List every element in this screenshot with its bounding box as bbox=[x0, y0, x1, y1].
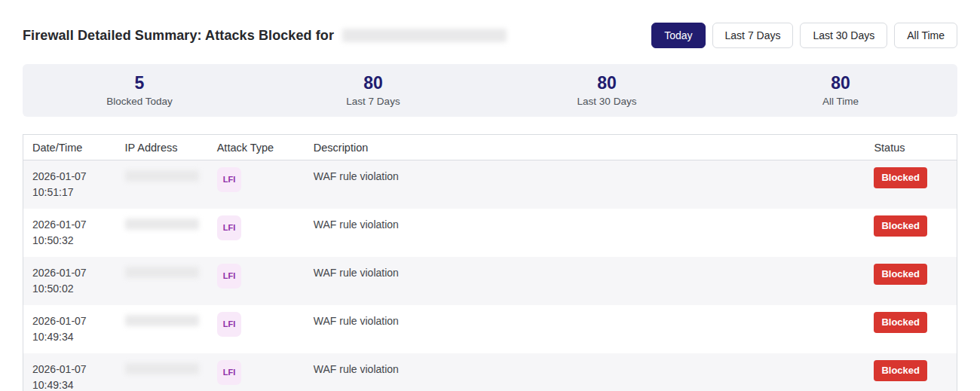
attack-type-badge: LFI bbox=[217, 312, 242, 337]
cell-ip-address bbox=[116, 305, 208, 353]
ip-address-redacted bbox=[125, 218, 199, 230]
stat-last-30-days: 80 Last 30 Days bbox=[490, 72, 724, 108]
cell-datetime: 2026-01-07 10:49:34 bbox=[23, 305, 116, 353]
description-text: WAF rule violation bbox=[314, 315, 399, 327]
description-text: WAF rule violation bbox=[314, 363, 399, 375]
cell-attack-type: LFI bbox=[208, 257, 305, 305]
table-row: 2026-01-07 10:51:17 LFI WAF rule violati… bbox=[23, 160, 957, 209]
time-value: 10:49:34 bbox=[32, 377, 107, 391]
status-badge: Blocked bbox=[874, 264, 927, 285]
cell-status: Blocked bbox=[865, 257, 957, 305]
cell-ip-address bbox=[116, 353, 208, 391]
table-row: 2026-01-07 10:50:32 LFI WAF rule violati… bbox=[23, 209, 957, 257]
ip-address-redacted bbox=[125, 363, 199, 374]
page-title: Firewall Detailed Summary: Attacks Block… bbox=[23, 28, 507, 44]
time-value: 10:49:34 bbox=[32, 329, 107, 345]
cell-attack-type: LFI bbox=[208, 353, 305, 391]
cell-description: WAF rule violation bbox=[305, 305, 865, 353]
filter-button-last-7-days[interactable]: Last 7 Days bbox=[712, 23, 794, 48]
table-row: 2026-01-07 10:49:34 LFI WAF rule violati… bbox=[23, 305, 957, 353]
cell-datetime: 2026-01-07 10:50:02 bbox=[23, 257, 116, 305]
time-value: 10:50:02 bbox=[32, 281, 107, 297]
date-value: 2026-01-07 bbox=[32, 362, 107, 377]
cell-status: Blocked bbox=[865, 160, 957, 209]
column-header-ip-address: IP Address bbox=[116, 135, 208, 160]
ip-address-redacted bbox=[125, 170, 199, 182]
date-value: 2026-01-07 bbox=[32, 217, 107, 233]
cell-attack-type: LFI bbox=[208, 160, 305, 209]
filter-button-all-time[interactable]: All Time bbox=[894, 23, 957, 48]
time-value: 10:51:17 bbox=[32, 185, 107, 200]
attack-type-badge: LFI bbox=[217, 167, 242, 192]
stat-label: All Time bbox=[724, 96, 957, 108]
filter-button-last-30-days[interactable]: Last 30 Days bbox=[800, 23, 887, 48]
page-header: Firewall Detailed Summary: Attacks Block… bbox=[23, 23, 957, 48]
column-header-description: Description bbox=[305, 135, 865, 160]
stat-label: Last 30 Days bbox=[490, 96, 724, 108]
attack-type-badge: LFI bbox=[217, 360, 242, 385]
status-badge: Blocked bbox=[874, 360, 927, 381]
attack-type-badge: LFI bbox=[217, 215, 242, 240]
column-header-status: Status bbox=[865, 135, 957, 160]
stat-label: Blocked Today bbox=[23, 96, 256, 108]
ip-address-redacted bbox=[125, 315, 199, 326]
column-header-attack-type: Attack Type bbox=[208, 135, 305, 160]
stat-last-7-days: 80 Last 7 Days bbox=[256, 72, 490, 108]
stat-label: Last 7 Days bbox=[256, 96, 490, 108]
stat-value: 80 bbox=[256, 72, 490, 94]
description-text: WAF rule violation bbox=[314, 218, 399, 231]
stats-bar: 5 Blocked Today 80 Last 7 Days 80 Last 3… bbox=[23, 64, 957, 117]
cell-datetime: 2026-01-07 10:50:32 bbox=[23, 209, 116, 257]
stat-value: 5 bbox=[23, 72, 256, 94]
filter-button-today[interactable]: Today bbox=[651, 23, 705, 48]
redacted-target-name bbox=[342, 29, 507, 42]
status-badge: Blocked bbox=[874, 167, 927, 188]
description-text: WAF rule violation bbox=[314, 170, 399, 182]
cell-attack-type: LFI bbox=[208, 209, 305, 257]
cell-ip-address bbox=[116, 160, 208, 209]
stat-blocked-today: 5 Blocked Today bbox=[23, 72, 256, 108]
date-value: 2026-01-07 bbox=[32, 265, 107, 281]
cell-status: Blocked bbox=[865, 305, 957, 353]
date-value: 2026-01-07 bbox=[32, 313, 107, 329]
attacks-table: Date/Time IP Address Attack Type Descrip… bbox=[23, 134, 957, 391]
cell-datetime: 2026-01-07 10:51:17 bbox=[23, 160, 116, 209]
cell-description: WAF rule violation bbox=[305, 257, 865, 305]
description-text: WAF rule violation bbox=[314, 267, 399, 279]
cell-ip-address bbox=[116, 209, 208, 257]
time-filter-group: Today Last 7 Days Last 30 Days All Time bbox=[651, 23, 957, 48]
cell-attack-type: LFI bbox=[208, 305, 305, 353]
ip-address-redacted bbox=[125, 267, 199, 278]
cell-status: Blocked bbox=[865, 209, 957, 257]
page: Firewall Detailed Summary: Attacks Block… bbox=[0, 23, 980, 391]
page-title-text: Firewall Detailed Summary: Attacks Block… bbox=[23, 28, 334, 43]
date-value: 2026-01-07 bbox=[32, 169, 107, 185]
cell-ip-address bbox=[116, 257, 208, 305]
stat-value: 80 bbox=[724, 72, 957, 94]
status-badge: Blocked bbox=[874, 215, 927, 237]
cell-status: Blocked bbox=[865, 353, 957, 391]
cell-description: WAF rule violation bbox=[305, 209, 865, 257]
cell-description: WAF rule violation bbox=[305, 353, 865, 391]
table-row: 2026-01-07 10:50:02 LFI WAF rule violati… bbox=[23, 257, 957, 305]
status-badge: Blocked bbox=[874, 312, 927, 333]
cell-description: WAF rule violation bbox=[305, 160, 865, 209]
table-row: 2026-01-07 10:49:34 LFI WAF rule violati… bbox=[23, 353, 957, 391]
time-value: 10:50:32 bbox=[32, 233, 107, 249]
table-header-row: Date/Time IP Address Attack Type Descrip… bbox=[23, 135, 957, 160]
attack-type-badge: LFI bbox=[217, 264, 242, 289]
column-header-datetime: Date/Time bbox=[23, 135, 116, 160]
cell-datetime: 2026-01-07 10:49:34 bbox=[23, 353, 116, 391]
stat-all-time: 80 All Time bbox=[724, 72, 957, 108]
stat-value: 80 bbox=[490, 72, 724, 94]
